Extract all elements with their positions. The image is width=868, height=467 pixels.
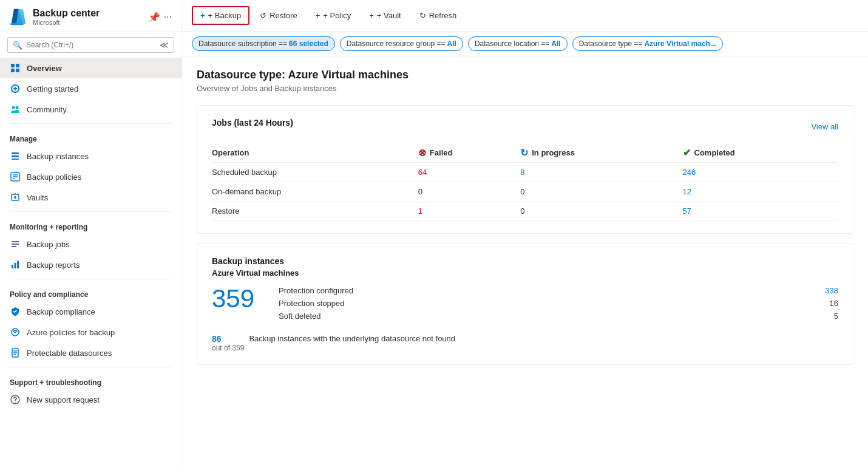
detail-label: Soft deleted bbox=[279, 312, 320, 321]
refresh-button[interactable]: ↻ Refresh bbox=[412, 7, 465, 24]
vault-label: + Vault bbox=[377, 11, 401, 20]
section-monitoring: Monitoring + reporting bbox=[0, 216, 181, 234]
instances-total: 359 bbox=[212, 286, 254, 312]
instances-card-title: Backup instances bbox=[212, 256, 838, 266]
sidebar-label-backup-compliance: Backup compliance bbox=[27, 307, 95, 316]
instances-content: 359 Protection configured 338 Protection… bbox=[212, 286, 838, 324]
col-completed: ✔ Completed bbox=[683, 143, 838, 163]
in-progress-cell: 0 bbox=[520, 182, 682, 202]
sidebar-item-community[interactable]: Community bbox=[0, 99, 181, 120]
backup-button[interactable]: + + Backup bbox=[192, 6, 249, 25]
section-policy: Policy and compliance bbox=[0, 283, 181, 301]
restore-label: Restore bbox=[270, 11, 297, 20]
app-title: Backup center bbox=[33, 8, 148, 19]
filter-type[interactable]: Datasource type == Azure Virtual mach... bbox=[572, 36, 723, 51]
filter-bar: Datasource subscription == 66 selected D… bbox=[182, 32, 868, 56]
sidebar-item-backup-compliance[interactable]: Backup compliance bbox=[0, 301, 181, 322]
sidebar-item-getting-started[interactable]: Getting started bbox=[0, 78, 181, 99]
detail-value[interactable]: 338 bbox=[814, 286, 838, 295]
backup-reports-icon bbox=[10, 259, 21, 270]
table-row: On-demand backup 0 0 12 bbox=[212, 182, 838, 202]
svg-point-5 bbox=[16, 106, 19, 109]
filter-loc-value: All bbox=[551, 39, 560, 48]
sidebar-item-protectable[interactable]: Protectable datasources bbox=[0, 343, 181, 363]
sidebar-label-backup-reports: Backup reports bbox=[27, 261, 80, 270]
restore-button[interactable]: ↺ Restore bbox=[252, 7, 305, 24]
failed-value[interactable]: 64 bbox=[418, 168, 427, 177]
svg-point-4 bbox=[12, 106, 15, 109]
failed-cell[interactable]: 1 bbox=[418, 202, 520, 221]
in-progress-cell[interactable]: 8 bbox=[520, 163, 682, 182]
search-input[interactable] bbox=[26, 41, 154, 49]
completed-cell[interactable]: 12 bbox=[683, 182, 838, 202]
jobs-card-title: Jobs (last 24 Hours) bbox=[212, 118, 293, 128]
col-operation: Operation bbox=[212, 143, 418, 163]
svg-rect-3 bbox=[16, 69, 19, 72]
community-icon bbox=[10, 104, 21, 115]
view-all-link[interactable]: View all bbox=[811, 122, 838, 131]
sidebar-item-backup-policies[interactable]: Backup policies bbox=[0, 166, 181, 187]
operation-cell: On-demand backup bbox=[212, 182, 418, 202]
completed-cell[interactable]: 246 bbox=[683, 163, 838, 182]
sidebar-item-backup-jobs[interactable]: Backup jobs bbox=[0, 234, 181, 254]
svg-rect-2 bbox=[11, 69, 15, 72]
filter-loc-label: Datasource location == bbox=[475, 39, 549, 48]
sidebar-item-vaults[interactable]: Vaults bbox=[0, 187, 181, 208]
completed-cell[interactable]: 57 bbox=[683, 202, 838, 221]
completed-value[interactable]: 12 bbox=[683, 187, 691, 196]
filter-location[interactable]: Datasource location == All bbox=[468, 36, 568, 51]
header-icons[interactable]: 📌 ··· bbox=[148, 12, 172, 23]
filter-rg-label: Datasource resource group == bbox=[347, 39, 446, 48]
in-progress-icon: ↻ bbox=[520, 147, 528, 159]
completed-icon: ✔ bbox=[683, 147, 691, 159]
filter-subscription-label: Datasource subscription == bbox=[198, 39, 287, 48]
sidebar-label-backup-instances: Backup instances bbox=[27, 152, 89, 161]
search-bar[interactable]: 🔍 ≪ bbox=[7, 37, 174, 53]
completed-value[interactable]: 57 bbox=[683, 206, 691, 216]
sidebar-label-overview: Overview bbox=[27, 64, 62, 73]
filter-rg-value: All bbox=[447, 39, 456, 48]
failed-value[interactable]: 1 bbox=[418, 206, 422, 216]
detail-value: 5 bbox=[814, 312, 838, 321]
overview-icon bbox=[10, 63, 21, 73]
filter-resource-group[interactable]: Datasource resource group == All bbox=[340, 36, 463, 51]
refresh-label: Refresh bbox=[429, 11, 457, 20]
instances-detail-row: Protection stopped 16 bbox=[279, 299, 838, 308]
failed-cell: 0 bbox=[418, 182, 520, 202]
sidebar-header: Backup center Microsoft 📌 ··· bbox=[0, 0, 181, 32]
vault-button[interactable]: + + Vault bbox=[361, 7, 409, 24]
sidebar-label-protectable: Protectable datasources bbox=[27, 349, 112, 358]
collapse-icon[interactable]: ≪ bbox=[160, 40, 169, 50]
instances-detail-row: Soft deleted 5 bbox=[279, 312, 838, 321]
sidebar-item-backup-instances[interactable]: Backup instances bbox=[0, 146, 181, 166]
divider-monitoring bbox=[10, 211, 172, 212]
footer-number[interactable]: 86 bbox=[212, 334, 244, 344]
failed-cell[interactable]: 64 bbox=[418, 163, 520, 182]
in-progress-cell: 0 bbox=[520, 202, 682, 221]
jobs-card: Jobs (last 24 Hours) View all Operation … bbox=[197, 105, 853, 234]
sidebar-item-backup-reports[interactable]: Backup reports bbox=[0, 254, 181, 275]
pin-icon[interactable]: 📌 bbox=[148, 12, 160, 23]
completed-value[interactable]: 246 bbox=[683, 168, 696, 177]
instances-card-subtitle: Azure Virtual machines bbox=[212, 268, 838, 278]
sidebar-item-azure-policies[interactable]: Azure policies for backup bbox=[0, 322, 181, 343]
toolbar: + + Backup ↺ Restore + + Policy + + Vaul… bbox=[182, 0, 868, 32]
policy-plus-icon: + bbox=[316, 11, 320, 20]
sidebar-item-overview[interactable]: Overview bbox=[0, 58, 181, 78]
progress-value[interactable]: 8 bbox=[520, 168, 524, 177]
vaults-icon bbox=[10, 192, 21, 203]
sidebar-item-new-support[interactable]: New support request bbox=[0, 389, 181, 410]
app-title-block: Backup center Microsoft bbox=[33, 8, 148, 26]
operation-cell: Scheduled backup bbox=[212, 163, 418, 182]
filter-subscription[interactable]: Datasource subscription == 66 selected bbox=[192, 36, 335, 51]
instances-details: Protection configured 338 Protection sto… bbox=[279, 286, 838, 324]
policy-button[interactable]: + + Policy bbox=[308, 7, 359, 24]
ellipsis-icon[interactable]: ··· bbox=[164, 12, 172, 23]
sidebar-label-vaults: Vaults bbox=[27, 193, 48, 202]
failed-icon: ⊗ bbox=[418, 147, 426, 159]
app-subtitle: Microsoft bbox=[33, 19, 148, 26]
sidebar: Backup center Microsoft 📌 ··· 🔍 ≪ Overvi… bbox=[0, 0, 182, 467]
protectable-icon bbox=[10, 347, 21, 358]
azure-policies-icon bbox=[10, 327, 21, 338]
svg-point-14 bbox=[14, 196, 16, 199]
